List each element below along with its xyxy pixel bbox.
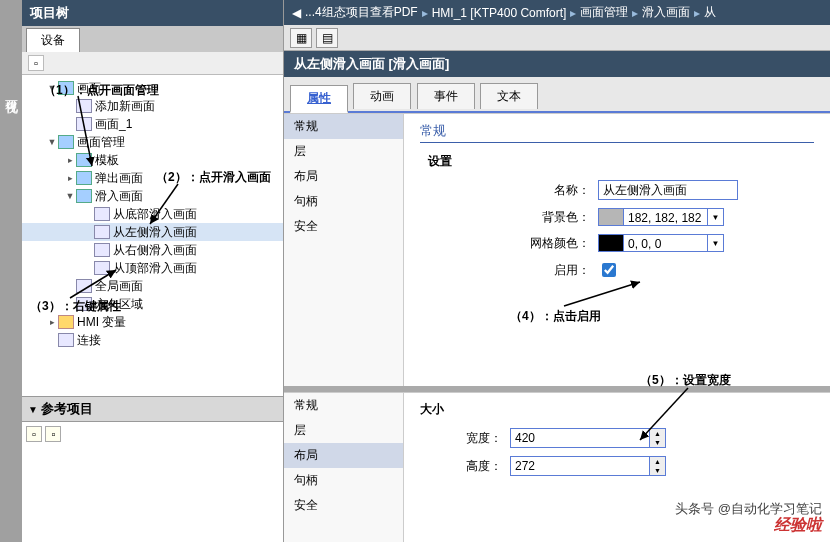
folder-icon — [58, 315, 74, 329]
reference-project-body: ▫ ▫ — [22, 422, 283, 542]
spin-up-icon[interactable]: ▲ — [650, 429, 665, 438]
category-list-2: 常规 层 布局 句柄 安全 — [284, 393, 404, 542]
bgcolor-value[interactable]: 182, 182, 182 — [624, 208, 708, 226]
group-settings: 设置 — [428, 153, 814, 170]
cat-layout[interactable]: 布局 — [284, 164, 403, 189]
tree-row-slide-top[interactable]: 从顶部滑入画面 — [22, 259, 283, 277]
bc-item[interactable]: ...4组态项目查看PDF — [305, 4, 418, 21]
cat-layout[interactable]: 布局 — [284, 443, 403, 468]
input-height[interactable] — [510, 456, 650, 476]
reference-project-header[interactable]: ▼ 参考项目 — [22, 396, 283, 422]
editor-panel: ◀ ...4组态项目查看PDF▸ HMI_1 [KTP400 Comfort]▸… — [284, 0, 830, 542]
checkbox-enable[interactable] — [602, 263, 616, 277]
spin-up-icon[interactable]: ▲ — [650, 457, 665, 466]
tree-row-add-screen[interactable]: 添加新画面 — [22, 97, 283, 115]
spin-down-icon[interactable]: ▼ — [650, 466, 665, 475]
input-name[interactable] — [598, 180, 738, 200]
tree-row-global[interactable]: 全局画面 — [22, 277, 283, 295]
screen-icon — [94, 243, 110, 257]
spin-down-icon[interactable]: ▼ — [650, 438, 665, 447]
project-tree-title: 项目树 — [22, 0, 283, 26]
folder-icon — [76, 189, 92, 203]
tab-properties[interactable]: 属性 — [290, 85, 348, 113]
tree-row-perm[interactable]: 永久区域 — [22, 295, 283, 313]
cat-handle[interactable]: 句柄 — [284, 468, 403, 493]
label-width: 宽度： — [420, 430, 510, 447]
tree-row-templates[interactable]: ▸模板 — [22, 151, 283, 169]
input-width[interactable] — [510, 428, 650, 448]
property-body-general: 常规 层 布局 句柄 安全 常规 设置 名称： 背景色： 182 — [284, 113, 830, 386]
label-name: 名称： — [428, 182, 598, 199]
gridcolor-value[interactable]: 0, 0, 0 — [624, 234, 708, 252]
label-enable: 启用： — [428, 262, 598, 279]
label-gridcolor: 网格颜色： — [428, 235, 598, 252]
gridcolor-swatch[interactable] — [598, 234, 624, 252]
tree-row-slide-bottom[interactable]: 从底部滑入画面 — [22, 205, 283, 223]
cat-general[interactable]: 常规 — [284, 114, 403, 139]
left-rail: 可视化 — [0, 0, 22, 542]
tree-row-conn[interactable]: 连接 — [22, 331, 283, 349]
tree-row-slide-right[interactable]: 从右侧滑入画面 — [22, 241, 283, 259]
bgcolor-dropdown[interactable]: ▼ — [708, 208, 724, 226]
project-tree-panel: 项目树 设备 ▫ ▼画面 添加新画面 画面_1 ▼画面管理 ▸模板 ▸弹出画面 … — [22, 0, 284, 542]
form-general: 常规 设置 名称： 背景色： 182, 182, 182 ▼ 网格颜色： — [404, 114, 830, 386]
project-tree[interactable]: ▼画面 添加新画面 画面_1 ▼画面管理 ▸模板 ▸弹出画面 ▼滑入画面 从底部… — [22, 75, 283, 396]
screen-icon — [94, 225, 110, 239]
toolbar-icon[interactable]: ▫ — [28, 55, 44, 71]
bc-item[interactable]: 滑入画面 — [642, 4, 690, 21]
toolbar-button[interactable]: ▦ — [290, 28, 312, 48]
toolbar-button[interactable]: ▤ — [316, 28, 338, 48]
tree-row-hmi-tags[interactable]: ▸HMI 变量 — [22, 313, 283, 331]
folder-icon — [76, 171, 92, 185]
tree-row-popup[interactable]: ▸弹出画面 — [22, 169, 283, 187]
tab-animation[interactable]: 动画 — [353, 83, 411, 109]
cat-security[interactable]: 安全 — [284, 493, 403, 518]
add-icon — [76, 99, 92, 113]
folder-icon — [58, 135, 74, 149]
tree-row-slide-left[interactable]: 从左侧滑入画面 — [22, 223, 283, 241]
form-layout: 大小 宽度： ▲▼ 高度： ▲▼ — [404, 393, 830, 542]
screen-icon — [94, 261, 110, 275]
tree-row-slidein[interactable]: ▼滑入画面 — [22, 187, 283, 205]
group-size: 大小 — [420, 401, 814, 418]
conn-icon — [58, 333, 74, 347]
bc-item[interactable]: 画面管理 — [580, 4, 628, 21]
screen-icon — [94, 207, 110, 221]
watermark: 经验啦 — [774, 515, 822, 536]
label-height: 高度： — [420, 458, 510, 475]
breadcrumb: ◀ ...4组态项目查看PDF▸ HMI_1 [KTP400 Comfort]▸… — [284, 0, 830, 25]
ref-icon[interactable]: ▫ — [45, 426, 61, 442]
screen-icon — [76, 279, 92, 293]
tree-row-screens[interactable]: ▼画面 — [22, 79, 283, 97]
property-body-layout: 常规 层 布局 句柄 安全 大小 宽度： ▲▼ 高度： — [284, 392, 830, 542]
category-list: 常规 层 布局 句柄 安全 — [284, 114, 404, 386]
device-tab[interactable]: 设备 — [26, 28, 80, 52]
bc-item[interactable]: HMI_1 [KTP400 Comfort] — [432, 6, 567, 20]
cat-security[interactable]: 安全 — [284, 214, 403, 239]
editor-toolbar: ▦ ▤ — [284, 25, 830, 51]
cat-layer[interactable]: 层 — [284, 139, 403, 164]
tab-text[interactable]: 文本 — [480, 83, 538, 109]
gridcolor-dropdown[interactable]: ▼ — [708, 234, 724, 252]
spinner-width[interactable]: ▲▼ — [510, 428, 666, 448]
screen-icon — [76, 297, 92, 311]
section-general: 常规 — [420, 122, 814, 143]
tree-row-screen-mgmt[interactable]: ▼画面管理 — [22, 133, 283, 151]
spinner-height[interactable]: ▲▼ — [510, 456, 666, 476]
device-tab-row: 设备 — [22, 26, 283, 52]
cat-general[interactable]: 常规 — [284, 393, 403, 418]
folder-icon — [58, 81, 74, 95]
cat-handle[interactable]: 句柄 — [284, 189, 403, 214]
tree-toolbar: ▫ — [22, 52, 283, 75]
tab-events[interactable]: 事件 — [417, 83, 475, 109]
bc-nav-left[interactable]: ◀ — [292, 6, 301, 20]
bgcolor-swatch[interactable] — [598, 208, 624, 226]
screen-icon — [76, 117, 92, 131]
label-bgcolor: 背景色： — [428, 209, 598, 226]
tree-row-screen1[interactable]: 画面_1 — [22, 115, 283, 133]
folder-icon — [76, 153, 92, 167]
cat-layer[interactable]: 层 — [284, 418, 403, 443]
bc-item[interactable]: 从 — [704, 4, 716, 21]
ref-icon[interactable]: ▫ — [26, 426, 42, 442]
property-tabs: 属性 动画 事件 文本 — [284, 77, 830, 113]
